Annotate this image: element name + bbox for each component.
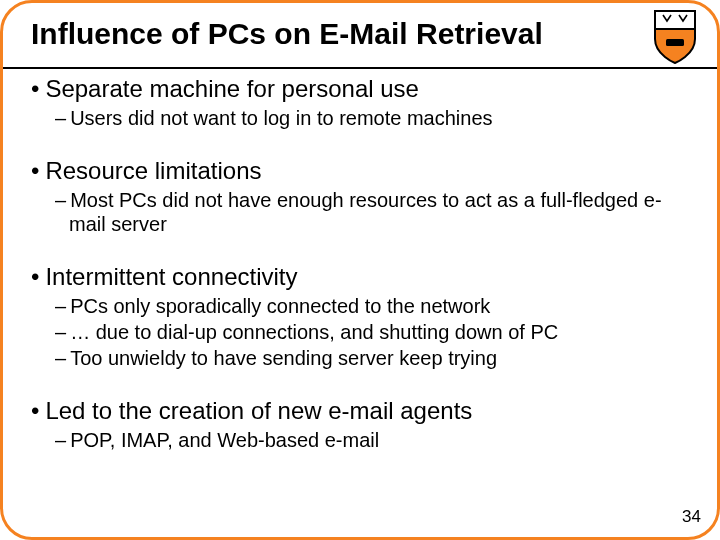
- sub-marker: –: [55, 321, 66, 343]
- sub-text: … due to dial-up connections, and shutti…: [70, 321, 558, 343]
- svg-rect-0: [666, 39, 684, 46]
- sub-marker: –: [55, 189, 66, 211]
- sub-marker: –: [55, 347, 66, 369]
- bullet-text: Intermittent connectivity: [45, 263, 297, 290]
- sub-marker: –: [55, 429, 66, 451]
- bullet-text: Separate machine for personal use: [45, 75, 419, 102]
- sub-item: –Most PCs did not have enough resources …: [45, 188, 689, 236]
- sub-item: –Too unwieldy to have sending server kee…: [45, 346, 689, 370]
- bullet-text: Led to the creation of new e-mail agents: [45, 397, 472, 424]
- sub-text: POP, IMAP, and Web-based e-mail: [70, 429, 379, 451]
- sub-item: –PCs only sporadically connected to the …: [45, 294, 689, 318]
- slide-number: 34: [682, 507, 701, 527]
- bullet-item: •Led to the creation of new e-mail agent…: [31, 396, 689, 426]
- title-underline: [3, 67, 717, 69]
- sub-item: –Users did not want to log in to remote …: [45, 106, 689, 130]
- bullet-item: •Resource limitations: [31, 156, 689, 186]
- sub-item: –… due to dial-up connections, and shutt…: [45, 320, 689, 344]
- sub-marker: –: [55, 107, 66, 129]
- bullet-marker: •: [31, 397, 39, 424]
- sub-item: –POP, IMAP, and Web-based e-mail: [45, 428, 689, 452]
- title-area: Influence of PCs on E-Mail Retrieval: [3, 3, 717, 54]
- bullet-item: •Separate machine for personal use: [31, 74, 689, 104]
- sub-text: PCs only sporadically connected to the n…: [70, 295, 490, 317]
- sub-marker: –: [55, 295, 66, 317]
- sub-text: Users did not want to log in to remote m…: [70, 107, 492, 129]
- bullet-item: •Intermittent connectivity: [31, 262, 689, 292]
- slide-frame: Influence of PCs on E-Mail Retrieval •Se…: [0, 0, 720, 540]
- slide-body: •Separate machine for personal use –User…: [3, 54, 717, 452]
- bullet-marker: •: [31, 157, 39, 184]
- bullet-marker: •: [31, 263, 39, 290]
- slide-title: Influence of PCs on E-Mail Retrieval: [31, 17, 689, 50]
- sub-text: Too unwieldy to have sending server keep…: [70, 347, 497, 369]
- princeton-shield-icon: [653, 9, 697, 65]
- sub-text: Most PCs did not have enough resources t…: [69, 189, 662, 235]
- bullet-marker: •: [31, 75, 39, 102]
- bullet-text: Resource limitations: [45, 157, 261, 184]
